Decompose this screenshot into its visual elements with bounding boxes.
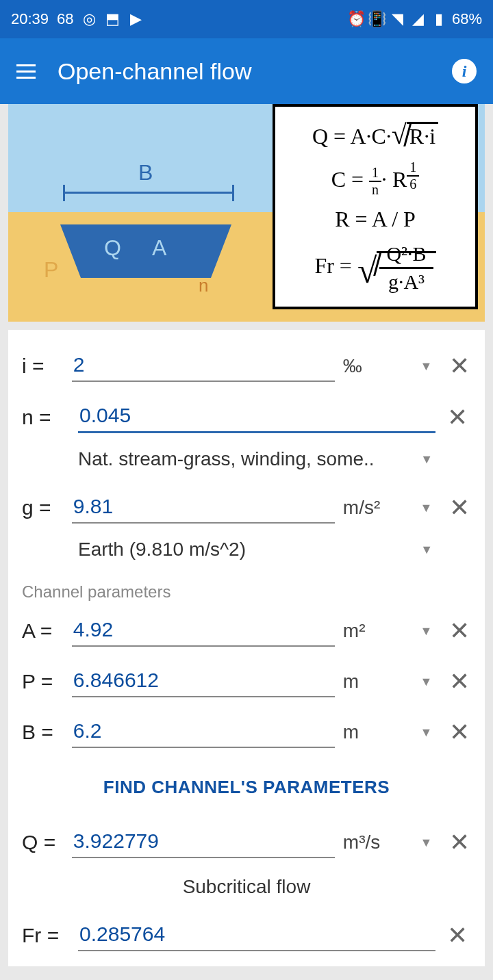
- clear-A[interactable]: ✕: [447, 617, 471, 645]
- tracking-icon: ◎: [82, 12, 97, 27]
- row-A: A = m²▼ ✕: [22, 606, 471, 656]
- input-g[interactable]: [72, 492, 335, 524]
- label-P: P =: [22, 670, 64, 693]
- form-card: i = ‰▼ ✕ n = ✕ Nat. stream-grass, windin…: [8, 330, 485, 966]
- alarm-icon: ⏰: [349, 12, 364, 27]
- status-temp: 68: [57, 10, 73, 28]
- diagram-label-p: P: [44, 257, 58, 283]
- chevron-down-icon: ▼: [420, 675, 432, 689]
- unit-g[interactable]: m/s²▼: [343, 497, 439, 519]
- row-Q: Q = m³/s▼ ✕: [22, 817, 471, 868]
- label-B: B =: [22, 721, 64, 744]
- signal-icon: ◢: [411, 12, 426, 27]
- label-g: g =: [22, 496, 64, 519]
- play-icon: ▶: [129, 12, 144, 27]
- chevron-down-icon: ▼: [420, 452, 433, 467]
- label-A: A =: [22, 619, 64, 643]
- input-n[interactable]: [78, 401, 435, 433]
- clear-g[interactable]: ✕: [447, 494, 471, 521]
- input-Q[interactable]: [72, 827, 335, 858]
- battery-percent: 68%: [452, 10, 482, 28]
- wifi-icon: ◥: [390, 12, 405, 27]
- label-i: i =: [22, 354, 64, 378]
- page-title: Open-channel flow: [58, 58, 430, 85]
- diagram-label-q: Q: [104, 235, 121, 261]
- menu-icon[interactable]: [16, 64, 36, 79]
- clear-Q[interactable]: ✕: [447, 829, 471, 856]
- diagram-label-n: n: [199, 275, 208, 296]
- status-time: 20:39: [11, 10, 49, 28]
- input-i[interactable]: [72, 350, 335, 382]
- flow-status: Subcritical flow: [22, 868, 471, 910]
- clear-n[interactable]: ✕: [444, 404, 471, 431]
- label-n: n =: [22, 406, 70, 429]
- find-parameters-button[interactable]: FIND CHANNEL'S PARAMETERS: [22, 758, 471, 817]
- info-icon[interactable]: i: [452, 59, 477, 83]
- label-Q: Q =: [22, 831, 64, 854]
- row-n: n = ✕: [22, 391, 471, 443]
- row-g: g = m/s²▼ ✕: [22, 482, 471, 533]
- unit-B[interactable]: m▼: [343, 721, 439, 743]
- status-bar: 20:39 68 ◎ ⬒ ▶ ⏰ 📳 ◥ ◢ ▮ 68%: [0, 0, 493, 38]
- app-bar: Open-channel flow i: [0, 38, 493, 104]
- diagram-label-a: A: [152, 235, 166, 261]
- chevron-down-icon: ▼: [420, 359, 432, 374]
- clear-Fr[interactable]: ✕: [444, 922, 471, 949]
- input-B[interactable]: [72, 717, 335, 748]
- battery-icon: ▮: [431, 12, 446, 27]
- clear-i[interactable]: ✕: [447, 352, 471, 380]
- label-Fr: Fr =: [22, 924, 70, 947]
- unit-Q[interactable]: m³/s▼: [343, 831, 439, 853]
- channel-diagram: B Q A P n Q = A·C·√R·i C = 1n· R16 R = A…: [8, 104, 485, 322]
- unit-P[interactable]: m▼: [343, 671, 439, 693]
- chevron-down-icon: ▼: [420, 501, 432, 515]
- chevron-down-icon: ▼: [420, 725, 432, 740]
- row-Fr: Fr = ✕: [22, 910, 471, 961]
- row-i: i = ‰▼ ✕: [22, 341, 471, 391]
- download-icon: ⬒: [105, 12, 121, 27]
- unit-i[interactable]: ‰▼: [343, 355, 439, 377]
- clear-P[interactable]: ✕: [447, 668, 471, 695]
- row-P: P = m▼ ✕: [22, 656, 471, 707]
- row-B: B = m▼ ✕: [22, 707, 471, 758]
- vibrate-icon: 📳: [370, 12, 385, 27]
- input-P[interactable]: [72, 666, 335, 697]
- preset-n[interactable]: Nat. stream-grass, winding, some.. ▼: [22, 443, 471, 482]
- chevron-down-icon: ▼: [420, 543, 433, 557]
- input-Fr[interactable]: [78, 920, 435, 951]
- chevron-down-icon: ▼: [420, 624, 432, 639]
- diagram-label-b: B: [138, 160, 153, 185]
- input-A[interactable]: [72, 615, 335, 647]
- section-channel: Channel parameters: [22, 573, 471, 606]
- chevron-down-icon: ▼: [420, 836, 432, 850]
- preset-g[interactable]: Earth (9.810 m/s^2) ▼: [22, 533, 471, 573]
- clear-B[interactable]: ✕: [447, 719, 471, 746]
- formula-box: Q = A·C·√R·i C = 1n· R16 R = A / P Fr = …: [273, 104, 478, 309]
- unit-A[interactable]: m²▼: [343, 620, 439, 642]
